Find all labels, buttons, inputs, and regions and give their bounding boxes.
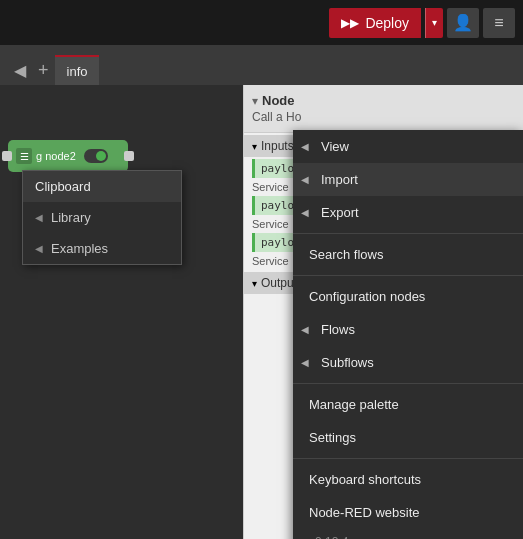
node-section-title: Node: [262, 93, 295, 108]
user-button[interactable]: 👤: [447, 8, 479, 38]
node-icon: ☰: [16, 148, 32, 164]
user-icon: 👤: [453, 13, 473, 32]
clipboard-title: Clipboard: [23, 171, 181, 202]
dropdown-settings-item[interactable]: Settings: [293, 421, 523, 454]
prev-arrow-icon: ◀: [14, 61, 26, 80]
deploy-label: Deploy: [365, 15, 409, 31]
dropdown-menu: ◀ View ◀ Import ◀ Export Search flows Co…: [293, 130, 523, 539]
deploy-dropdown-button[interactable]: ▾: [425, 8, 443, 38]
dropdown-export-label: Export: [321, 205, 359, 220]
node-call-text: Call a Ho: [252, 110, 515, 124]
clipboard-library-arrow: ◀: [35, 212, 43, 223]
dropdown-import-label: Import: [321, 172, 358, 187]
tab-prev-button[interactable]: ◀: [8, 55, 32, 85]
flows-arrow-icon: ◀: [301, 324, 309, 335]
dropdown-view-label: View: [321, 139, 349, 154]
dropdown-flows-item[interactable]: ◀ Flows: [293, 313, 523, 346]
tab-info[interactable]: info: [55, 55, 100, 85]
node-port-left: [2, 151, 12, 161]
header: ▶▶ Deploy ▾ 👤 ≡: [0, 0, 523, 45]
inputs-label: Inputs: [261, 139, 294, 153]
dropdown-nodered-website-item[interactable]: Node-RED website: [293, 496, 523, 529]
dropdown-search-flows-item[interactable]: Search flows: [293, 238, 523, 271]
export-arrow-icon: ◀: [301, 207, 309, 218]
clipboard-examples-item[interactable]: ◀ Examples: [23, 233, 181, 264]
node-port-right: [124, 151, 134, 161]
dropdown-export-item[interactable]: ◀ Export: [293, 196, 523, 229]
dropdown-manage-palette-item[interactable]: Manage palette: [293, 388, 523, 421]
tab-add-button[interactable]: +: [32, 55, 55, 85]
dropdown-view-item[interactable]: ◀ View: [293, 130, 523, 163]
clipboard-library-label: Library: [51, 210, 91, 225]
node-g-node2[interactable]: ☰ g node2: [8, 140, 128, 172]
dropdown-divider-3: [293, 383, 523, 384]
canvas: ☰ g node2 Clipboard ◀ Library ◀ Examples…: [0, 85, 523, 539]
subflows-arrow-icon: ◀: [301, 357, 309, 368]
node-toggle[interactable]: [84, 149, 108, 163]
tab-info-label: info: [67, 64, 88, 79]
node-chevron-icon: ▾: [252, 94, 258, 108]
dropdown-config-nodes-label: Configuration nodes: [309, 289, 425, 304]
dropdown-divider-4: [293, 458, 523, 459]
dropdown-manage-palette-label: Manage palette: [309, 397, 399, 412]
import-arrow-icon: ◀: [301, 174, 309, 185]
dropdown-subflows-item[interactable]: ◀ Subflows: [293, 346, 523, 379]
tab-bar: ◀ + info: [0, 45, 523, 85]
dropdown-config-nodes-item[interactable]: Configuration nodes: [293, 280, 523, 313]
view-arrow-icon: ◀: [301, 141, 309, 152]
node-label: g node2: [36, 150, 76, 162]
clipboard-examples-arrow: ◀: [35, 243, 43, 254]
dropdown-keyboard-shortcuts-item[interactable]: Keyboard shortcuts: [293, 463, 523, 496]
dropdown-divider-1: [293, 233, 523, 234]
inputs-chevron-icon: ▾: [252, 141, 257, 152]
dropdown-settings-label: Settings: [309, 430, 356, 445]
menu-icon: ≡: [494, 14, 503, 32]
dropdown-search-flows-label: Search flows: [309, 247, 383, 262]
dropdown-import-item[interactable]: ◀ Import: [293, 163, 523, 196]
deploy-button[interactable]: ▶▶ Deploy: [329, 8, 421, 38]
dropdown-flows-label: Flows: [321, 322, 355, 337]
dropdown-version: v0.18.4: [293, 529, 523, 539]
outputs-chevron-icon: ▾: [252, 278, 257, 289]
menu-button[interactable]: ≡: [483, 8, 515, 38]
dropdown-nodered-website-label: Node-RED website: [309, 505, 420, 520]
add-tab-icon: +: [38, 60, 49, 81]
dropdown-divider-2: [293, 275, 523, 276]
clipboard-popup: Clipboard ◀ Library ◀ Examples: [22, 170, 182, 265]
dropdown-keyboard-shortcuts-label: Keyboard shortcuts: [309, 472, 421, 487]
dropdown-subflows-label: Subflows: [321, 355, 374, 370]
deploy-arrow-icon: ▾: [432, 17, 437, 28]
clipboard-examples-label: Examples: [51, 241, 108, 256]
clipboard-library-item[interactable]: ◀ Library: [23, 202, 181, 233]
